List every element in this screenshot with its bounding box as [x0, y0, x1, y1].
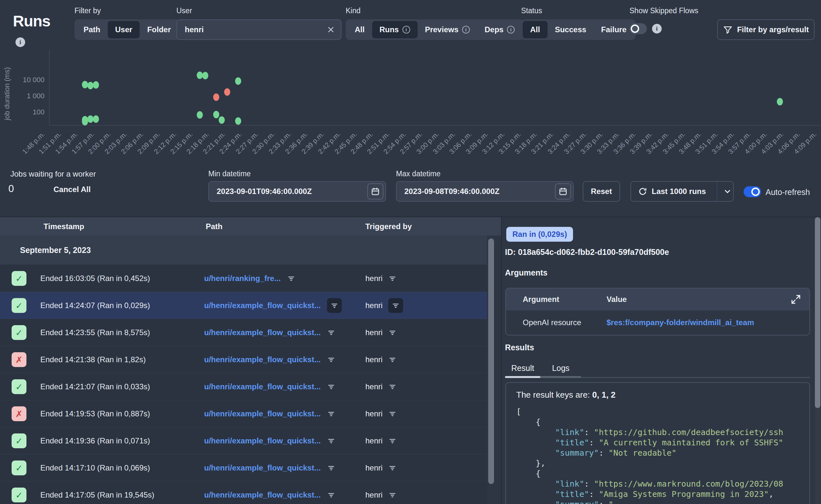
date-group-header: September 5, 2023: [0, 236, 487, 265]
kind-option-label: Deps: [485, 25, 504, 34]
run-dot-success[interactable]: [213, 111, 219, 118]
run-path-link[interactable]: u/henri/example_flow_quickst...: [204, 436, 320, 445]
kind-option-previews[interactable]: Previewsi: [418, 21, 477, 38]
info-icon[interactable]: i: [507, 26, 515, 34]
jobs-waiting-count: 0: [8, 183, 14, 195]
result-json[interactable]: [ { "link": "https://github.com/deadbeef…: [516, 407, 809, 504]
path-filter-icon[interactable]: [327, 328, 335, 337]
run-row[interactable]: ✓Ended 14:19:36 (Ran in 0,071s)u/henri/e…: [0, 427, 487, 454]
path-filter-icon[interactable]: [327, 437, 335, 445]
max-datetime-calendar-icon[interactable]: [555, 183, 571, 199]
tab-result[interactable]: Result: [505, 362, 541, 374]
run-row[interactable]: ✓Ended 14:24:07 (Ran in 0,029s)u/henri/e…: [0, 292, 487, 319]
run-path-link[interactable]: u/henri/example_flow_quickst...: [204, 409, 320, 418]
run-path-link[interactable]: u/henri/example_flow_quickst...: [204, 463, 320, 472]
results-title: Results: [505, 343, 534, 352]
user-filter-icon[interactable]: [388, 437, 396, 445]
filter-by-option-path[interactable]: Path: [76, 21, 108, 38]
info-icon[interactable]: i: [402, 26, 410, 34]
run-timestamp: Ended 14:21:07 (Ran in 0,033s): [40, 373, 150, 400]
run-path-link[interactable]: u/henri/example_flow_quickst...: [204, 301, 320, 310]
run-path-link[interactable]: u/henri/example_flow_quickst...: [204, 328, 320, 337]
clear-user-filter-icon[interactable]: [327, 25, 335, 34]
cancel-all-button[interactable]: Cancel All: [54, 185, 91, 194]
kind-option-deps[interactable]: Depsi: [477, 21, 523, 38]
result-keys: 0, 1, 2: [592, 390, 616, 400]
argument-value-link[interactable]: $res:f/company-folder/windmill_ai_team: [607, 318, 754, 327]
user-filter-icon[interactable]: [388, 274, 396, 283]
failure-icon: ✗: [12, 352, 26, 367]
user-filter-icon[interactable]: [388, 410, 396, 418]
run-row[interactable]: ✗Ended 14:19:53 (Ran in 0,887s)u/henri/e…: [0, 400, 487, 427]
table-scrollbar[interactable]: [488, 238, 494, 484]
run-path-link[interactable]: u/henri/example_flow_quickst...: [204, 382, 320, 391]
tab-logs[interactable]: Logs: [541, 362, 581, 374]
run-path-link[interactable]: u/henri/ranking_fre...: [204, 274, 280, 283]
max-datetime-input[interactable]: [404, 187, 555, 196]
path-filter-icon[interactable]: [327, 464, 335, 472]
status-option-all[interactable]: All: [523, 21, 548, 38]
filter-by-option-folder[interactable]: Folder: [140, 21, 178, 38]
path-filter-icon[interactable]: [327, 383, 335, 391]
run-path-cell: u/henri/example_flow_quickst...: [204, 400, 335, 427]
run-row[interactable]: ✓Ended 14:17:05 (Ran in 19,545s)u/henri/…: [0, 481, 487, 504]
run-dot-success[interactable]: [202, 72, 208, 79]
last-runs-refresh-button[interactable]: Last 1000 runs: [631, 182, 706, 201]
auto-refresh-label: Auto-refresh: [766, 188, 810, 197]
runs-info-icon[interactable]: i: [15, 37, 25, 47]
show-skipped-info-icon[interactable]: i: [652, 24, 662, 34]
run-row[interactable]: ✓Ended 14:21:07 (Ran in 0,033s)u/henri/e…: [0, 373, 487, 400]
user-filter-icon[interactable]: [388, 355, 396, 364]
user-filter-input[interactable]: [184, 25, 327, 34]
filter-by-args-result-button[interactable]: Filter by args/result: [717, 19, 815, 40]
panel-scrollbar-thumb[interactable]: [815, 217, 820, 408]
run-dot-failure[interactable]: [224, 88, 230, 96]
run-path-link[interactable]: u/henri/example_flow_quickst...: [204, 490, 320, 499]
path-filter-icon[interactable]: [327, 410, 335, 418]
user-filter-icon[interactable]: [388, 328, 396, 337]
run-row[interactable]: ✓Ended 14:17:10 (Ran in 0,069s)u/henri/e…: [0, 454, 487, 481]
run-dot-success[interactable]: [93, 81, 99, 89]
expand-icon[interactable]: [790, 294, 802, 305]
user-filter-icon[interactable]: [388, 383, 396, 391]
path-filter-icon[interactable]: [287, 274, 295, 283]
run-dot-success[interactable]: [82, 116, 88, 123]
user-filter-icon[interactable]: [388, 298, 403, 313]
runs-list: ✓Ended 16:03:05 (Ran in 0,452s)u/henri/r…: [0, 265, 487, 504]
run-dot-failure[interactable]: [213, 93, 219, 101]
run-dot-success[interactable]: [235, 77, 241, 85]
run-dot-success[interactable]: [219, 116, 225, 124]
run-path-cell: u/henri/example_flow_quickst...: [204, 292, 342, 319]
run-dot-success[interactable]: [777, 98, 783, 105]
run-dot-success[interactable]: [235, 117, 241, 125]
info-icon[interactable]: i: [462, 26, 470, 34]
run-timestamp: Ended 14:17:05 (Ran in 19,545s): [40, 481, 154, 504]
last-runs-dropdown-button[interactable]: [722, 182, 733, 201]
reset-button[interactable]: Reset: [583, 181, 620, 202]
run-row[interactable]: ✓Ended 14:23:55 (Ran in 8,575s)u/henri/e…: [0, 319, 487, 346]
show-skipped-flows-toggle[interactable]: [630, 23, 647, 34]
path-filter-icon[interactable]: [327, 491, 335, 499]
run-dot-success[interactable]: [87, 82, 93, 89]
status-option-failure[interactable]: Failure: [594, 21, 634, 38]
kind-option-all[interactable]: All: [347, 21, 372, 38]
duration-badge: Ran in (0,029s): [506, 227, 573, 242]
triggered-by-user: henri: [365, 409, 382, 418]
user-filter-icon[interactable]: [388, 491, 396, 499]
run-dot-success[interactable]: [82, 81, 88, 88]
run-dot-success[interactable]: [197, 111, 203, 119]
run-dot-success[interactable]: [93, 115, 99, 123]
min-datetime-calendar-icon[interactable]: [367, 183, 383, 199]
run-dot-success[interactable]: [87, 115, 93, 123]
path-filter-icon[interactable]: [327, 298, 342, 313]
run-row[interactable]: ✓Ended 16:03:05 (Ran in 0,452s)u/henri/r…: [0, 265, 487, 292]
min-datetime-input[interactable]: [216, 187, 367, 196]
run-row[interactable]: ✗Ended 14:21:38 (Ran in 1,82s)u/henri/ex…: [0, 346, 487, 373]
kind-option-runs[interactable]: Runsi: [372, 21, 418, 38]
status-option-success[interactable]: Success: [548, 21, 594, 38]
auto-refresh-toggle[interactable]: [744, 186, 761, 197]
filter-by-option-user[interactable]: User: [108, 21, 140, 38]
path-filter-icon[interactable]: [327, 355, 335, 364]
user-filter-icon[interactable]: [388, 464, 396, 472]
run-path-link[interactable]: u/henri/example_flow_quickst...: [204, 355, 320, 364]
